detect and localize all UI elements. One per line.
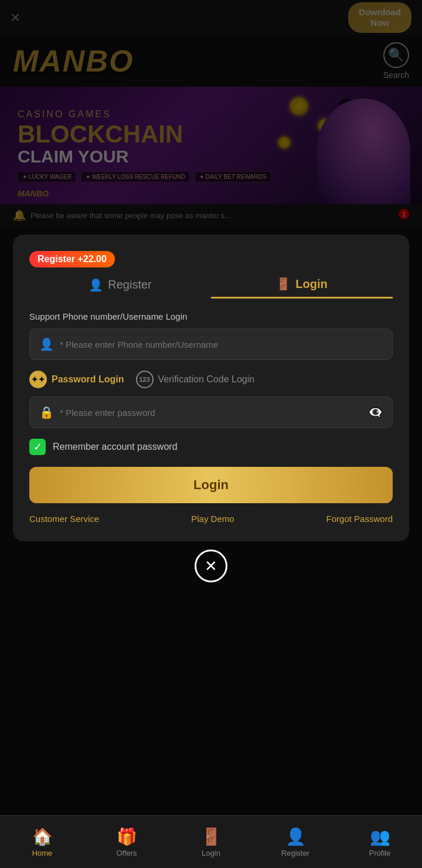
nav-register[interactable]: 👤 Register: [253, 827, 338, 857]
nav-offers-label: Offers: [116, 849, 137, 857]
lock-icon: 🔒: [39, 405, 54, 419]
offers-icon: 🎁: [117, 827, 137, 846]
bottom-nav: 🏠 Home 🎁 Offers 🚪 Login 👤 Register 👥 Pro…: [0, 815, 422, 868]
user-icon: 👤: [39, 337, 54, 351]
register-icon: 👤: [285, 827, 306, 846]
register-badge: Register +22.00: [29, 251, 115, 267]
login-tab-label: Login: [295, 277, 327, 291]
forgot-password-link[interactable]: Forgot Password: [326, 514, 393, 524]
remember-label: Remember account password: [53, 442, 178, 452]
nav-login[interactable]: 🚪 Login: [169, 827, 253, 857]
home-icon: 🏠: [32, 827, 53, 846]
password-input-group[interactable]: 🔒 👁️‍🗨️: [29, 396, 393, 428]
customer-service-link[interactable]: Customer Service: [29, 514, 99, 524]
password-login-option[interactable]: ✦✦ Password Login: [29, 371, 124, 388]
eye-toggle-icon[interactable]: 👁️‍🗨️: [368, 405, 383, 419]
remember-row: ✓ Remember account password: [29, 439, 393, 455]
login-nav-icon: 🚪: [201, 827, 222, 846]
modal-bottom-links: Customer Service Play Demo Forgot Passwo…: [29, 514, 393, 524]
nav-profile-label: Profile: [369, 849, 391, 857]
nav-home-label: Home: [32, 849, 53, 857]
password-login-icon: ✦✦: [29, 371, 47, 388]
support-label: Support Phone number/Username Login: [29, 311, 393, 321]
tab-login[interactable]: 🚪 Login: [211, 277, 393, 299]
nav-profile[interactable]: 👥 Profile: [338, 827, 422, 857]
verification-login-label: Verification Code Login: [158, 374, 255, 385]
play-demo-link[interactable]: Play Demo: [191, 514, 234, 524]
register-tab-icon: 👤: [89, 278, 103, 292]
modal-close-button[interactable]: ✕: [195, 550, 227, 582]
verification-login-icon: 123: [136, 371, 154, 388]
nav-login-label: Login: [202, 849, 220, 857]
modal-tabs: 👤 Register 🚪 Login: [29, 277, 393, 299]
login-tab-icon: 🚪: [276, 277, 291, 291]
verification-login-option[interactable]: 123 Verification Code Login: [136, 371, 255, 388]
username-input-group[interactable]: 👤: [29, 328, 393, 360]
login-modal: Register +22.00 👤 Register 🚪 Login Suppo…: [13, 235, 409, 541]
profile-icon: 👥: [370, 827, 390, 846]
remember-checkbox[interactable]: ✓: [29, 439, 46, 455]
login-type-row: ✦✦ Password Login 123 Verification Code …: [29, 371, 393, 388]
username-input[interactable]: [60, 340, 383, 350]
password-input[interactable]: [60, 408, 362, 418]
password-login-label: Password Login: [52, 374, 124, 385]
nav-offers[interactable]: 🎁 Offers: [84, 827, 169, 857]
login-button[interactable]: Login: [29, 467, 393, 503]
register-tab-label: Register: [108, 278, 151, 291]
nav-home[interactable]: 🏠 Home: [0, 827, 84, 857]
tab-register[interactable]: 👤 Register: [29, 278, 211, 298]
nav-register-label: Register: [281, 849, 309, 857]
